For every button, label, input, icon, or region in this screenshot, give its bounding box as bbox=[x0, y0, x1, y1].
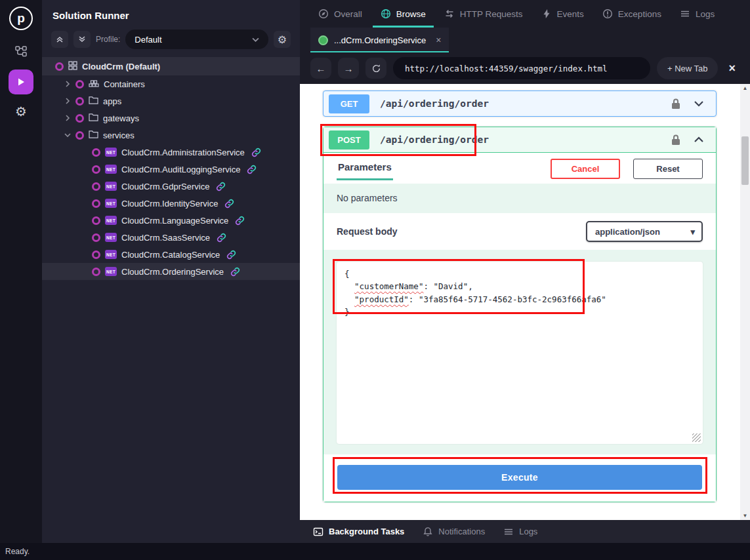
profile-value: Default bbox=[135, 35, 161, 45]
link-icon[interactable] bbox=[226, 250, 236, 260]
lock-icon[interactable] bbox=[671, 134, 680, 146]
tab-label: Overall bbox=[334, 9, 362, 19]
refresh-button[interactable] bbox=[365, 58, 386, 79]
status-ring-icon bbox=[92, 233, 100, 242]
tree-item-service[interactable]: NET CloudCrm.LanguageService bbox=[42, 212, 300, 229]
expand-all-button[interactable] bbox=[73, 31, 91, 48]
status-ring-icon bbox=[92, 165, 100, 174]
forward-button[interactable]: → bbox=[338, 58, 359, 79]
request-body-editor[interactable]: { "customerName": "David", "productId": … bbox=[337, 262, 703, 444]
scrollbar-thumb[interactable] bbox=[741, 136, 749, 185]
reset-button[interactable]: Reset bbox=[633, 159, 703, 179]
chevron-up-icon[interactable] bbox=[692, 133, 705, 146]
tree-item-label: CloudCrm.AuditLoggingService bbox=[121, 165, 240, 174]
tab-exceptions[interactable]: Exceptions bbox=[594, 0, 669, 28]
status-ring-icon bbox=[75, 131, 84, 140]
notifications-label: Notifications bbox=[438, 527, 485, 536]
status-ring-icon bbox=[92, 199, 100, 208]
link-icon[interactable] bbox=[251, 148, 261, 157]
tree-item-label: apps bbox=[103, 96, 121, 106]
close-tab-icon[interactable]: × bbox=[436, 35, 441, 45]
logs-button[interactable]: Logs bbox=[503, 527, 537, 537]
get-opblock-header[interactable]: GET /api/ordering/order bbox=[323, 91, 716, 116]
bell-icon bbox=[423, 527, 433, 537]
chevron-right-icon[interactable] bbox=[64, 113, 71, 123]
tree-item-label: CloudCrm.LanguageService bbox=[121, 216, 228, 226]
link-icon[interactable] bbox=[247, 165, 257, 174]
browser-tab-orderingservice[interactable]: ...dCrm.OrderingService × bbox=[310, 28, 449, 52]
chevron-right-icon[interactable] bbox=[64, 79, 71, 89]
link-icon[interactable] bbox=[235, 216, 245, 226]
link-icon[interactable] bbox=[217, 233, 226, 243]
link-icon[interactable] bbox=[224, 199, 234, 209]
tab-overall[interactable]: Overall bbox=[310, 0, 370, 28]
close-browser-icon[interactable]: × bbox=[724, 62, 740, 75]
globe-icon bbox=[381, 9, 391, 19]
tree-item-gateways[interactable]: gateways bbox=[42, 110, 300, 127]
new-tab-button[interactable]: + New Tab bbox=[657, 57, 719, 79]
run-button[interactable] bbox=[9, 70, 33, 94]
no-parameters-text: No parameters bbox=[323, 184, 716, 213]
vertical-scrollbar[interactable]: ▲ ▼ bbox=[740, 84, 750, 520]
tab-label: Exceptions bbox=[618, 9, 661, 19]
tree-item-service[interactable]: NET CloudCrm.CatalogService bbox=[42, 246, 300, 263]
play-icon bbox=[16, 77, 26, 87]
icon-rail: p ⚙ bbox=[0, 0, 42, 543]
tree-item-apps[interactable]: apps bbox=[42, 92, 300, 110]
chevron-right-icon[interactable] bbox=[64, 96, 71, 106]
logs-label: Logs bbox=[519, 527, 537, 536]
profile-select[interactable]: Default bbox=[125, 30, 268, 49]
tree-item-service[interactable]: NET CloudCrm.SaasService bbox=[42, 229, 300, 246]
lock-icon[interactable] bbox=[671, 98, 680, 110]
back-button[interactable]: ← bbox=[310, 58, 331, 79]
execute-button[interactable]: Execute bbox=[337, 465, 702, 490]
link-icon[interactable] bbox=[230, 267, 240, 277]
lines-icon bbox=[503, 527, 514, 537]
status-ring-icon bbox=[75, 114, 84, 123]
tab-http-requests[interactable]: HTTP Requests bbox=[436, 0, 531, 28]
chevron-down-icon[interactable] bbox=[64, 130, 71, 140]
post-opblock-header[interactable]: POST /api/ordering/order bbox=[323, 127, 716, 153]
containers-icon bbox=[89, 79, 99, 90]
cancel-button[interactable]: Cancel bbox=[551, 159, 620, 179]
scroll-down-icon[interactable]: ▼ bbox=[740, 513, 750, 519]
request-body-section: { "customerName": "David", "productId": … bbox=[323, 250, 716, 454]
profile-label: Profile: bbox=[96, 35, 120, 44]
background-tasks-label: Background Tasks bbox=[329, 527, 404, 536]
collapse-all-button[interactable] bbox=[51, 31, 68, 48]
tab-logs[interactable]: Logs bbox=[672, 0, 722, 28]
tab-label: Events bbox=[557, 9, 584, 19]
url-text: http://localhost:44359/swagger/index.htm… bbox=[405, 64, 608, 73]
link-icon[interactable] bbox=[216, 182, 226, 191]
tab-browse[interactable]: Browse bbox=[373, 0, 434, 28]
tree-item-label: CloudCrm.CatalogService bbox=[121, 250, 220, 260]
main-area: p ⚙ Solution Runner Profile: Default ⚙ bbox=[0, 0, 750, 543]
chevron-down-icon[interactable] bbox=[692, 97, 705, 110]
scroll-up-icon[interactable]: ▲ bbox=[740, 85, 750, 91]
chevron-down-icon: ▾ bbox=[690, 227, 695, 237]
settings-gear-icon[interactable]: ⚙ bbox=[15, 105, 27, 118]
tree-item-service-selected[interactable]: NET CloudCrm.OrderingService bbox=[42, 263, 300, 280]
tree-item-service[interactable]: NET CloudCrm.GdprService bbox=[42, 178, 300, 195]
tree-item-label: Containers bbox=[104, 79, 145, 89]
tree-item-services[interactable]: services bbox=[42, 127, 300, 144]
resize-handle[interactable] bbox=[692, 433, 701, 442]
notifications-button[interactable]: Notifications bbox=[423, 527, 485, 537]
tree-item-containers[interactable]: Containers bbox=[42, 75, 300, 92]
tree-item-service[interactable]: NET CloudCrm.AuditLoggingService bbox=[42, 161, 300, 178]
parameters-header: Parameters Cancel Reset bbox=[323, 153, 716, 184]
hierarchy-icon[interactable] bbox=[14, 45, 28, 58]
dotnet-icon: NET bbox=[105, 148, 117, 157]
app-window: p ⚙ Solution Runner Profile: Default ⚙ bbox=[0, 0, 750, 560]
tree-item-service[interactable]: NET CloudCrm.IdentityService bbox=[42, 195, 300, 212]
url-bar[interactable]: http://localhost:44359/swagger/index.htm… bbox=[393, 57, 650, 79]
status-ring-icon bbox=[92, 268, 100, 276]
profile-row: Profile: Default ⚙ bbox=[42, 27, 300, 57]
content-type-select[interactable]: application/json ▾ bbox=[586, 221, 703, 242]
tree-item-service[interactable]: NET CloudCrm.AdministrationService bbox=[42, 144, 300, 161]
background-tasks-button[interactable]: Background Tasks bbox=[313, 527, 404, 537]
status-ring-icon bbox=[92, 148, 100, 157]
profile-settings-button[interactable]: ⚙ bbox=[274, 31, 291, 48]
tree-item-root[interactable]: CloudCrm (Default) bbox=[42, 57, 300, 75]
tab-events[interactable]: Events bbox=[533, 0, 592, 28]
